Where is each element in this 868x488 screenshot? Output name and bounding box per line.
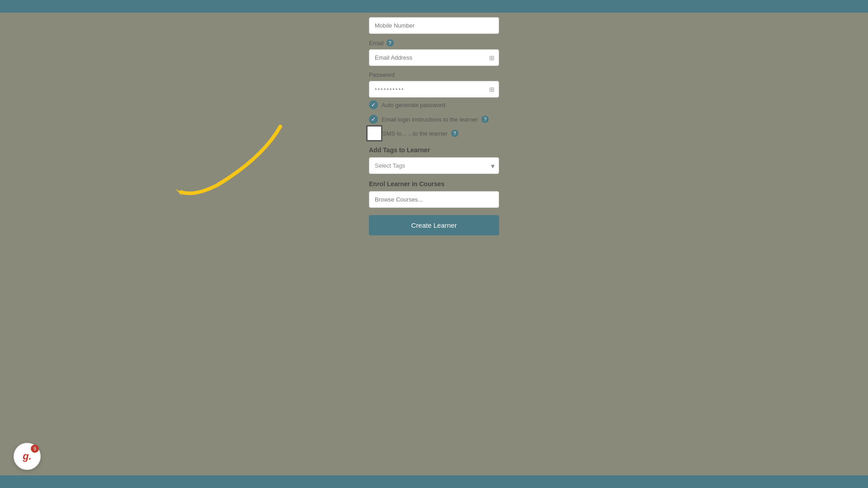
enrol-title: Enrol Learner in Courses xyxy=(362,174,506,191)
select-tags-dropdown[interactable]: Select Tags xyxy=(369,157,499,174)
notification-count: 9 xyxy=(31,445,39,453)
email-grid-icon[interactable]: ⊞ xyxy=(489,54,495,61)
enrol-learner-section: Enrol Learner in Courses xyxy=(362,174,506,208)
mobile-number-input[interactable] xyxy=(369,17,499,34)
sms-checkbox-highlight xyxy=(366,125,382,141)
email-help-icon[interactable]: ? xyxy=(387,39,394,47)
email-input[interactable] xyxy=(369,49,499,66)
password-grid-icon[interactable]: ⊞ xyxy=(489,86,495,93)
email-login-label: Email login instructions to the learner xyxy=(382,116,478,123)
sms-login-row: SMS lo... ...to the learner ? xyxy=(362,127,506,140)
auto-generate-row: ✓ Auto generate password xyxy=(362,98,506,112)
email-login-check[interactable]: ✓ xyxy=(369,115,378,124)
password-section: Password ⊞ xyxy=(362,71,506,98)
create-learner-button[interactable]: Create Learner xyxy=(369,215,499,235)
bottom-bar xyxy=(0,475,868,488)
email-label: Email ? xyxy=(369,39,499,47)
browse-courses-input[interactable] xyxy=(369,191,499,208)
sms-login-label: SMS lo... ...to the learner xyxy=(382,130,448,137)
password-label: Password xyxy=(369,71,499,78)
create-learner-form: Email ? ⊞ Password ⊞ ✓ Auto generate pas… xyxy=(362,13,506,235)
add-tags-title: Add Tags to Learner xyxy=(362,140,506,157)
select-tags-wrapper: Select Tags ▾ xyxy=(362,157,506,174)
sms-login-help-icon[interactable]: ? xyxy=(451,130,458,137)
password-input[interactable] xyxy=(369,81,499,98)
auto-generate-label: Auto generate password xyxy=(382,102,445,108)
mobile-number-section xyxy=(362,13,506,34)
email-login-row: ✓ Email login instructions to the learne… xyxy=(362,112,506,127)
email-login-help-icon[interactable]: ? xyxy=(481,116,489,123)
email-section: Email ? ⊞ xyxy=(362,39,506,66)
annotation-arrow xyxy=(136,122,294,212)
browse-courses-wrapper xyxy=(362,191,506,208)
email-input-wrapper: ⊞ xyxy=(369,49,499,66)
notification-badge[interactable]: g. 9 xyxy=(14,443,41,470)
svg-marker-0 xyxy=(175,189,183,197)
auto-generate-check[interactable]: ✓ xyxy=(369,100,378,109)
add-tags-section: Add Tags to Learner Select Tags ▾ xyxy=(362,140,506,174)
top-bar xyxy=(0,0,868,13)
app-logo: g. xyxy=(23,450,32,462)
password-input-wrapper: ⊞ xyxy=(369,81,499,98)
